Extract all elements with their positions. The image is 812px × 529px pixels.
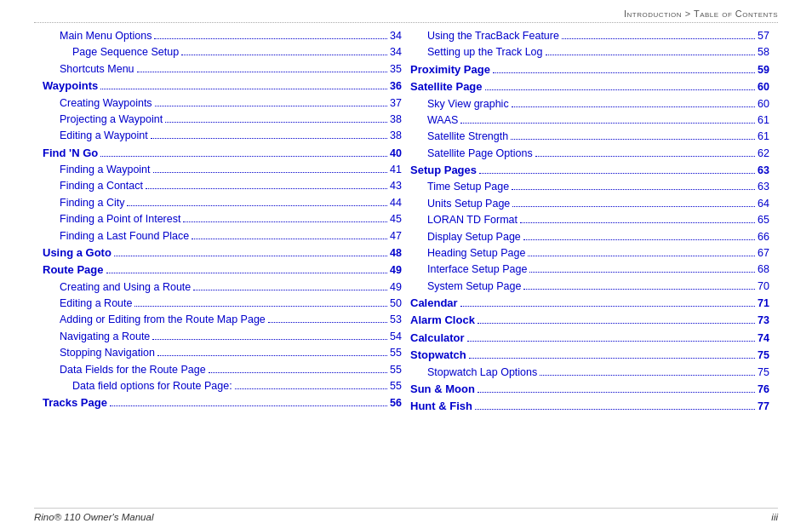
toc-row[interactable]: Projecting a Waypoint38 (43, 112, 402, 128)
toc-page: 67 (758, 245, 769, 262)
toc-page: 60 (758, 96, 769, 112)
toc-row[interactable]: Satellite Page Options62 (410, 146, 769, 162)
toc-page: 53 (390, 312, 402, 328)
toc-dots (151, 138, 387, 139)
toc-row[interactable]: Finding a Waypoint41 (43, 162, 402, 178)
toc-page: 68 (758, 262, 769, 278)
toc-label: Adding or Editing from the Route Map Pag… (60, 312, 266, 328)
toc-page: 77 (758, 399, 769, 415)
toc-page: 41 (390, 162, 402, 178)
toc-label: Using a Goto (43, 244, 112, 262)
toc-row[interactable]: LORAN TD Format65 (410, 212, 769, 228)
page-header: Introduction > Table of Contents (34, 9, 778, 23)
toc-row[interactable]: Calendar71 (410, 295, 769, 312)
toc-label: Creating Waypoints (60, 95, 152, 112)
toc-row[interactable]: Satellite Strength61 (410, 129, 769, 145)
toc-dots (467, 341, 756, 342)
toc-label: Heading Setup Page (427, 245, 525, 262)
toc-dots (485, 89, 756, 90)
toc-page: 75 (758, 365, 769, 381)
toc-row[interactable]: Sky View graphic60 (410, 96, 769, 112)
toc-row[interactable]: Display Setup Page66 (410, 229, 769, 245)
toc-dots (183, 221, 387, 222)
toc-page: 61 (758, 129, 769, 145)
toc-dots (475, 409, 755, 410)
toc-page: 63 (758, 163, 769, 179)
toc-page: 55 (390, 362, 402, 378)
toc-row[interactable]: Shortcuts Menu35 (43, 61, 402, 78)
toc-row[interactable]: Hunt & Fish77 (410, 398, 769, 415)
toc-row[interactable]: Stopwatch75 (410, 347, 769, 364)
toc-row[interactable]: Waypoints36 (43, 78, 402, 95)
toc-page: 35 (390, 61, 402, 78)
toc-dots (100, 89, 387, 89)
toc-dots (512, 189, 755, 190)
toc-row[interactable]: Editing a Waypoint38 (43, 128, 402, 144)
toc-page: 40 (390, 146, 402, 162)
toc-label: Waypoints (43, 78, 98, 95)
toc-page: 58 (758, 44, 769, 60)
toc-page: 37 (390, 95, 402, 112)
toc-row[interactable]: Using a Goto48 (43, 244, 402, 262)
toc-row[interactable]: Time Setup Page63 (410, 179, 769, 195)
toc-row[interactable]: Sun & Moon76 (410, 381, 769, 398)
toc-label: Creating and Using a Route (60, 279, 191, 296)
toc-dots (165, 122, 387, 123)
toc-page: 49 (390, 262, 402, 279)
toc-dots (106, 273, 388, 273)
toc-row[interactable]: Creating and Using a Route49 (43, 279, 402, 296)
toc-row[interactable]: Interface Setup Page68 (410, 262, 769, 278)
toc-page: 50 (390, 296, 402, 312)
toc-label: Calculator (410, 330, 465, 347)
toc-page: 38 (390, 112, 402, 128)
toc-row[interactable]: Adding or Editing from the Route Map Pag… (43, 312, 402, 328)
toc-page: 44 (390, 195, 402, 211)
toc-dots (134, 306, 387, 307)
toc-label: Finding a Contact (60, 178, 143, 194)
toc-row[interactable]: Route Page49 (43, 262, 402, 279)
toc-row[interactable]: Navigating a Route54 (43, 329, 402, 345)
toc-row[interactable]: Satellite Page60 (410, 78, 769, 95)
toc-page: 45 (390, 211, 402, 227)
toc-label: Satellite Page (410, 78, 483, 95)
toc-row[interactable]: Using the TracBack Feature57 (410, 28, 769, 44)
toc-row[interactable]: Finding a City44 (43, 195, 402, 211)
toc-row[interactable]: Setting up the Track Log58 (410, 44, 769, 60)
toc-dots (512, 206, 755, 207)
toc-dots (520, 222, 755, 223)
toc-row[interactable]: Finding a Last Found Place47 (43, 228, 402, 244)
toc-row[interactable]: Setup Pages63 (410, 162, 769, 179)
toc-row[interactable]: Tracks Page56 (43, 394, 402, 411)
toc-row[interactable]: Units Setup Page64 (410, 196, 769, 212)
toc-label: Data Fields for the Route Page (60, 362, 206, 378)
toc-row[interactable]: Data Fields for the Route Page55 (43, 362, 402, 378)
toc-row[interactable]: Data field options for Route Page:55 (43, 378, 402, 394)
footer-title: Rino® 110 Owner's Manual (34, 512, 153, 522)
toc-dots (157, 355, 387, 356)
toc-row[interactable]: Heading Setup Page67 (410, 245, 769, 262)
toc-row[interactable]: Finding a Contact43 (43, 178, 402, 194)
toc-row[interactable]: Calculator74 (410, 330, 769, 347)
toc-dots (477, 392, 755, 393)
toc-dots (181, 55, 387, 55)
toc-row[interactable]: Find 'N Go40 (43, 145, 402, 162)
toc-row[interactable]: Creating Waypoints37 (43, 95, 402, 112)
toc-row[interactable]: Alarm Clock73 (410, 312, 769, 329)
toc-dots (153, 172, 388, 173)
toc-row[interactable]: WAAS61 (410, 112, 769, 129)
toc-row[interactable]: Proximity Page59 (410, 61, 769, 78)
toc-dots (540, 375, 755, 376)
toc-row[interactable]: Page Sequence Setup34 (43, 44, 402, 60)
toc-row[interactable]: Main Menu Options34 (43, 28, 402, 44)
right-column: Using the TracBack Feature57Setting up t… (410, 28, 769, 416)
toc-row[interactable]: Editing a Route50 (43, 296, 402, 312)
toc-label: Time Setup Page (427, 179, 509, 195)
toc-row[interactable]: System Setup Page70 (410, 279, 769, 295)
toc-row[interactable]: Stopping Navigation55 (43, 345, 402, 361)
toc-dots (268, 322, 387, 323)
toc-row[interactable]: Stopwatch Lap Options75 (410, 365, 769, 381)
toc-row[interactable]: Finding a Point of Interest45 (43, 211, 402, 227)
toc-dots (193, 290, 387, 290)
toc-page: 61 (758, 112, 769, 129)
toc-page: 62 (758, 146, 769, 162)
